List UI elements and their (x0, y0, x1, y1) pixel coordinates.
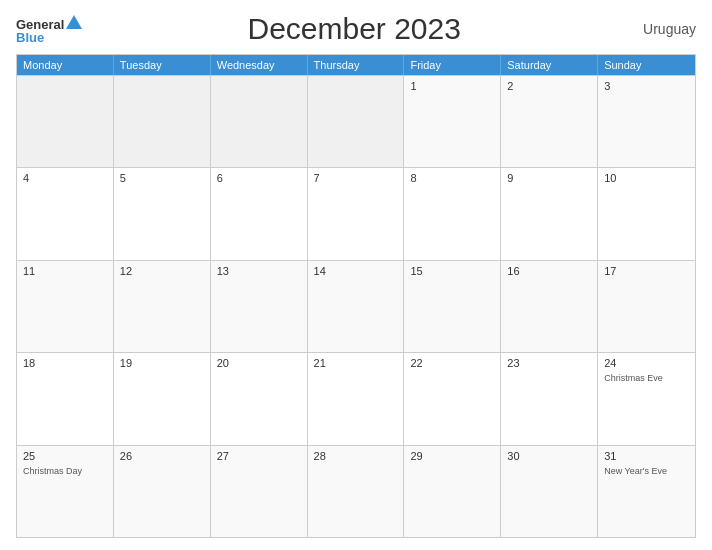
day-number: 28 (314, 450, 398, 462)
day-cell: 28 (308, 446, 405, 537)
day-cell (308, 76, 405, 167)
day-cell: 12 (114, 261, 211, 352)
day-header-tuesday: Tuesday (114, 55, 211, 75)
day-cell: 29 (404, 446, 501, 537)
day-number: 17 (604, 265, 689, 277)
day-cell: 11 (17, 261, 114, 352)
day-cell (17, 76, 114, 167)
day-cell: 15 (404, 261, 501, 352)
day-cell: 31New Year's Eve (598, 446, 695, 537)
week-row-1: 123 (17, 75, 695, 167)
week-row-4: 18192021222324Christmas Eve (17, 352, 695, 444)
day-number: 19 (120, 357, 204, 369)
day-cell: 16 (501, 261, 598, 352)
day-number: 16 (507, 265, 591, 277)
day-number: 20 (217, 357, 301, 369)
day-number: 6 (217, 172, 301, 184)
logo-blue-text: Blue (16, 31, 44, 44)
day-cell: 8 (404, 168, 501, 259)
day-cell: 21 (308, 353, 405, 444)
day-cell: 3 (598, 76, 695, 167)
week-row-2: 45678910 (17, 167, 695, 259)
day-cell: 20 (211, 353, 308, 444)
day-number: 5 (120, 172, 204, 184)
page-title: December 2023 (82, 12, 626, 46)
day-header-thursday: Thursday (308, 55, 405, 75)
country-label: Uruguay (626, 21, 696, 37)
page-header: General Blue December 2023 Uruguay (16, 12, 696, 46)
day-number: 18 (23, 357, 107, 369)
day-number: 3 (604, 80, 689, 92)
day-header-monday: Monday (17, 55, 114, 75)
day-cell: 18 (17, 353, 114, 444)
day-number: 31 (604, 450, 689, 462)
day-number: 9 (507, 172, 591, 184)
day-cell: 19 (114, 353, 211, 444)
day-cell: 9 (501, 168, 598, 259)
weeks-container: 123456789101112131415161718192021222324C… (17, 75, 695, 537)
day-header-wednesday: Wednesday (211, 55, 308, 75)
day-header-saturday: Saturday (501, 55, 598, 75)
day-cell: 7 (308, 168, 405, 259)
day-cell: 30 (501, 446, 598, 537)
day-cell: 6 (211, 168, 308, 259)
day-number: 7 (314, 172, 398, 184)
day-number: 2 (507, 80, 591, 92)
day-number: 21 (314, 357, 398, 369)
logo-general-text: General (16, 18, 64, 31)
day-cell (114, 76, 211, 167)
day-number: 13 (217, 265, 301, 277)
day-cell: 24Christmas Eve (598, 353, 695, 444)
day-event: Christmas Day (23, 466, 107, 476)
day-number: 15 (410, 265, 494, 277)
day-cell: 14 (308, 261, 405, 352)
day-headers-row: MondayTuesdayWednesdayThursdayFridaySatu… (17, 55, 695, 75)
day-number: 12 (120, 265, 204, 277)
day-number: 25 (23, 450, 107, 462)
day-cell: 2 (501, 76, 598, 167)
day-number: 11 (23, 265, 107, 277)
calendar-page: General Blue December 2023 Uruguay Monda… (0, 0, 712, 550)
day-number: 29 (410, 450, 494, 462)
day-cell (211, 76, 308, 167)
day-number: 23 (507, 357, 591, 369)
day-cell: 4 (17, 168, 114, 259)
logo: General Blue (16, 15, 82, 44)
day-number: 24 (604, 357, 689, 369)
day-number: 8 (410, 172, 494, 184)
day-number: 27 (217, 450, 301, 462)
day-event: Christmas Eve (604, 373, 689, 383)
day-header-sunday: Sunday (598, 55, 695, 75)
day-cell: 10 (598, 168, 695, 259)
day-header-friday: Friday (404, 55, 501, 75)
day-event: New Year's Eve (604, 466, 689, 476)
week-row-3: 11121314151617 (17, 260, 695, 352)
day-number: 26 (120, 450, 204, 462)
day-number: 14 (314, 265, 398, 277)
day-cell: 23 (501, 353, 598, 444)
day-cell: 13 (211, 261, 308, 352)
day-number: 1 (410, 80, 494, 92)
week-row-5: 25Christmas Day262728293031New Year's Ev… (17, 445, 695, 537)
day-number: 22 (410, 357, 494, 369)
day-number: 4 (23, 172, 107, 184)
day-number: 30 (507, 450, 591, 462)
day-cell: 25Christmas Day (17, 446, 114, 537)
day-number: 10 (604, 172, 689, 184)
day-cell: 1 (404, 76, 501, 167)
day-cell: 22 (404, 353, 501, 444)
day-cell: 27 (211, 446, 308, 537)
day-cell: 26 (114, 446, 211, 537)
logo-triangle-icon (66, 15, 82, 29)
calendar: MondayTuesdayWednesdayThursdayFridaySatu… (16, 54, 696, 538)
day-cell: 5 (114, 168, 211, 259)
day-cell: 17 (598, 261, 695, 352)
